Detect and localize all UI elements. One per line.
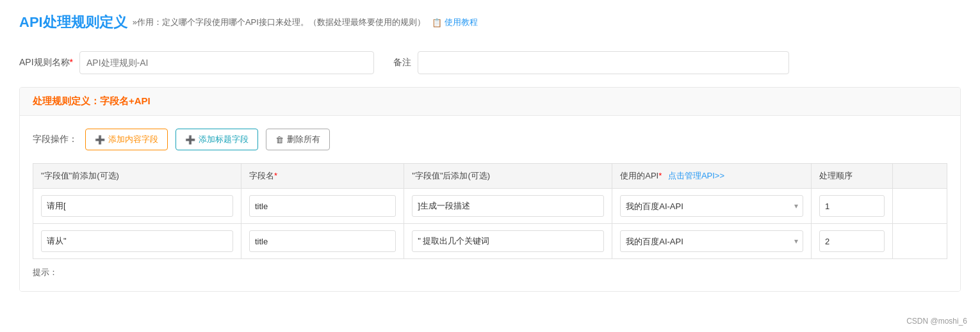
- col-header-field: 字段名*: [241, 164, 404, 189]
- row-1-suffix-cell: [404, 224, 612, 259]
- col-header-prefix: "字段值"前添加(可选): [33, 164, 241, 189]
- rule-section: 处理规则定义：字段名+API 字段操作： ➕ 添加内容字段 ➕ 添加标题字段 🗑…: [19, 87, 961, 292]
- row-1-prefix-input[interactable]: [41, 230, 233, 252]
- required-star-1: *: [70, 57, 73, 67]
- col-required-api: *: [658, 171, 662, 180]
- table-header: "字段值"前添加(可选) 字段名* "字段值"后添加(可选) 使用的API* 点…: [33, 164, 947, 189]
- row-1-api-cell: 我的百度AI-API其他API▾: [612, 224, 812, 259]
- remark-input[interactable]: [418, 51, 789, 74]
- plus-icon-title: ➕: [185, 135, 195, 145]
- col-header-action: [893, 164, 947, 189]
- field-ops-row: 字段操作： ➕ 添加内容字段 ➕ 添加标题字段 🗑 删除所有: [33, 129, 947, 150]
- row-0-field-cell: [241, 189, 404, 224]
- manage-api-link[interactable]: 点击管理API>>: [668, 171, 724, 180]
- row-0-api-cell: 我的百度AI-API其他API▾: [612, 189, 812, 224]
- hint-label: 提示：: [33, 267, 58, 277]
- api-name-group: API规则名称*: [19, 51, 374, 74]
- form-row: API规则名称* 备注: [19, 51, 961, 74]
- remark-label: 备注: [393, 57, 411, 68]
- row-0-prefix-input[interactable]: [41, 195, 233, 217]
- remark-group: 备注: [393, 51, 789, 74]
- hint-row: 提示：: [33, 267, 947, 278]
- row-0-order-cell: [812, 189, 893, 224]
- col-header-order: 处理顺序: [812, 164, 893, 189]
- row-1-order-input[interactable]: [819, 230, 885, 252]
- book-icon: 📋: [432, 18, 442, 28]
- api-name-input[interactable]: [79, 51, 374, 74]
- row-1-suffix-input[interactable]: [412, 230, 604, 252]
- col-required-field: *: [274, 171, 277, 180]
- row-1-prefix-cell: [33, 224, 241, 259]
- row-1-order-cell: [812, 224, 893, 259]
- row-0-api-select[interactable]: 我的百度AI-API其他API: [620, 195, 803, 217]
- table-body: 我的百度AI-API其他API▾我的百度AI-API其他API▾: [33, 189, 947, 259]
- trash-icon: 🗑: [275, 135, 284, 145]
- row-0-prefix-cell: [33, 189, 241, 224]
- row-0-order-input[interactable]: [819, 195, 885, 217]
- row-0-suffix-input[interactable]: [412, 195, 604, 217]
- row-1-field-input[interactable]: [249, 230, 396, 252]
- rule-section-title: 处理规则定义：字段名+API: [33, 95, 151, 106]
- add-title-field-button[interactable]: ➕ 添加标题字段: [176, 129, 258, 150]
- row-0-action-cell: [893, 189, 947, 224]
- row-1-field-cell: [241, 224, 404, 259]
- rule-section-body: 字段操作： ➕ 添加内容字段 ➕ 添加标题字段 🗑 删除所有: [20, 116, 960, 291]
- table-row: 我的百度AI-API其他API▾: [33, 224, 947, 259]
- usage-tutorial-link[interactable]: 📋 使用教程: [432, 17, 478, 28]
- row-0-field-input[interactable]: [249, 195, 396, 217]
- plus-icon-content: ➕: [95, 135, 105, 145]
- row-1-action-cell: [893, 224, 947, 259]
- col-header-suffix: "字段值"后添加(可选): [404, 164, 612, 189]
- row-1-api-select[interactable]: 我的百度AI-API其他API: [620, 230, 803, 252]
- usage-link-label: 使用教程: [445, 17, 478, 28]
- table-row: 我的百度AI-API其他API▾: [33, 189, 947, 224]
- delete-all-button[interactable]: 🗑 删除所有: [266, 129, 330, 150]
- col-header-api: 使用的API* 点击管理API>>: [612, 164, 812, 189]
- field-ops-label: 字段操作：: [33, 134, 78, 145]
- row-0-suffix-cell: [404, 189, 612, 224]
- api-name-label: API规则名称*: [19, 57, 73, 68]
- add-content-field-button[interactable]: ➕ 添加内容字段: [85, 129, 168, 150]
- page-title-sub: »作用：定义哪个字段使用哪个API接口来处理。（数据处理最终要使用的规则）: [133, 17, 425, 28]
- rule-section-header: 处理规则定义：字段名+API: [20, 88, 960, 116]
- page-title-main: API处理规则定义: [19, 13, 127, 32]
- page-header: API处理规则定义 »作用：定义哪个字段使用哪个API接口来处理。（数据处理最终…: [19, 13, 961, 32]
- rule-table: "字段值"前添加(可选) 字段名* "字段值"后添加(可选) 使用的API* 点…: [33, 163, 947, 259]
